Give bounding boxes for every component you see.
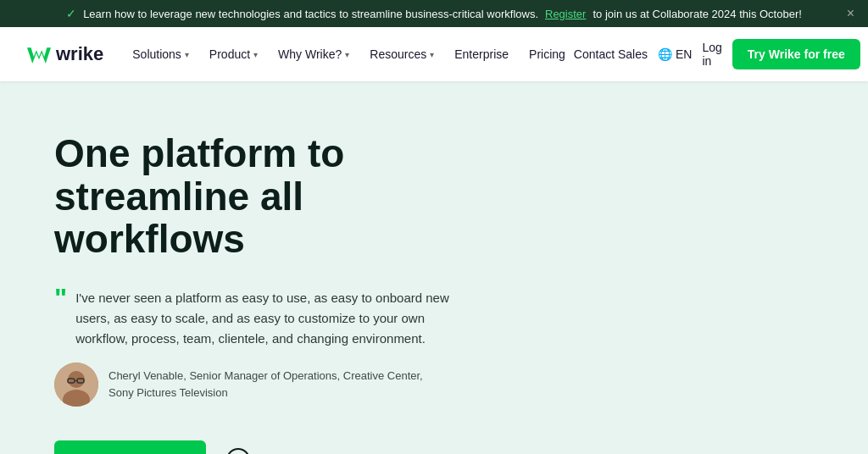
contact-sales-link[interactable]: Contact Sales xyxy=(574,47,648,61)
register-link[interactable]: Register xyxy=(545,8,586,20)
play-icon: ▶ xyxy=(226,448,250,454)
chevron-down-icon: ▾ xyxy=(430,50,434,59)
nav-right: Contact Sales 🌐 EN Log in Try Wrike for … xyxy=(574,39,860,69)
banner-text-suffix: to join us at Collaborate 2024 this Octo… xyxy=(593,8,801,20)
nav-item-pricing[interactable]: Pricing xyxy=(520,41,574,68)
nav-cta-button[interactable]: Try Wrike for free xyxy=(732,39,860,69)
quote-block: " I've never seen a platform as easy to … xyxy=(54,288,454,349)
logo[interactable]: wrike xyxy=(27,43,103,65)
testimonial-author: Cheryl Venable, Senior Manager of Operat… xyxy=(54,363,454,407)
author-name: Cheryl Venable, Senior Manager of Operat… xyxy=(108,368,423,385)
nav-item-product[interactable]: Product ▾ xyxy=(201,41,266,68)
check-icon: ✓ xyxy=(66,7,76,20)
author-info: Cheryl Venable, Senior Manager of Operat… xyxy=(108,368,423,401)
nav-item-solutions[interactable]: Solutions ▾ xyxy=(124,41,198,68)
chevron-down-icon: ▾ xyxy=(345,50,349,59)
avatar xyxy=(54,363,98,407)
banner-text: Learn how to leverage new technologies a… xyxy=(83,8,538,20)
banner-close-button[interactable]: × xyxy=(847,6,854,21)
video-link[interactable]: ▶ Discover Wrike in 3 minutes xyxy=(226,448,426,454)
nav-item-why-wrike[interactable]: Why Wrike? ▾ xyxy=(270,41,358,68)
globe-icon: 🌐 xyxy=(658,47,672,61)
nav-item-enterprise[interactable]: Enterprise xyxy=(446,41,517,68)
chevron-down-icon: ▾ xyxy=(185,50,189,59)
main-nav: wrike Solutions ▾ Product ▾ Why Wrike? ▾… xyxy=(0,27,868,81)
nav-links: Solutions ▾ Product ▾ Why Wrike? ▾ Resou… xyxy=(124,41,574,68)
quote-marks-icon: " xyxy=(54,285,67,312)
language-selector[interactable]: 🌐 EN xyxy=(658,47,692,61)
svg-point-1 xyxy=(68,371,85,388)
author-company: Sony Pictures Television xyxy=(108,385,423,401)
wrike-logo-icon xyxy=(27,45,51,64)
logo-text: wrike xyxy=(56,43,103,65)
testimonial: " I've never seen a platform as easy to … xyxy=(54,288,454,407)
hero-section: One platform to streamline all workflows… xyxy=(0,81,868,454)
hero-content: One platform to streamline all workflows… xyxy=(0,81,509,454)
hero-title: One platform to streamline all workflows xyxy=(54,132,454,261)
cta-row: Try Wrike for free ▶ Discover Wrike in 3… xyxy=(54,440,454,454)
quote-text: I've never seen a platform as easy to us… xyxy=(75,288,454,349)
login-link[interactable]: Log in xyxy=(702,41,721,68)
nav-item-resources[interactable]: Resources ▾ xyxy=(361,41,442,68)
chevron-down-icon: ▾ xyxy=(253,50,258,59)
hero-cta-button[interactable]: Try Wrike for free xyxy=(54,440,206,454)
avatar-image xyxy=(54,363,98,407)
announcement-banner: ✓ Learn how to leverage new technologies… xyxy=(0,0,868,27)
lang-label: EN xyxy=(676,47,692,61)
